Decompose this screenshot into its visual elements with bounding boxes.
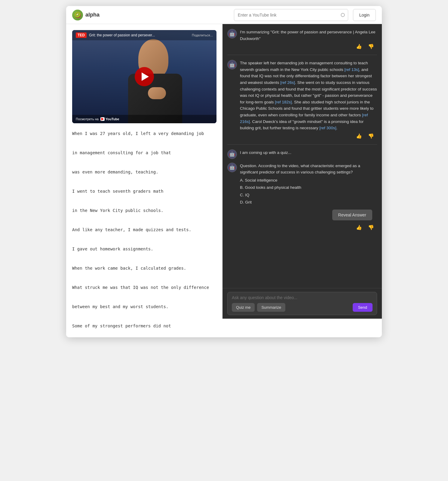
ref-13s[interactable]: [ref 13s] xyxy=(344,67,359,72)
quiz-me-button[interactable]: Quiz me xyxy=(232,303,255,312)
chat-input-area: Quiz me Summarize Send xyxy=(222,288,382,319)
left-panel: TED Grit: the power of passion and perse… xyxy=(66,24,222,337)
ref-300s[interactable]: [ref 300s] xyxy=(319,126,336,130)
thumbs-down-4[interactable]: 👎 xyxy=(366,224,376,231)
bot-avatar-1: 🤖 xyxy=(227,29,237,38)
message-row-4: 🤖 Question. According to the video, what… xyxy=(227,163,377,176)
transcript-line-6: I went to teach seventh graders math xyxy=(72,187,216,195)
message-row-3: 🤖 I am coming up with a quiz... xyxy=(227,149,377,159)
play-button[interactable] xyxy=(135,67,154,86)
transcript-line-4: was even more demanding, teaching. xyxy=(72,168,216,176)
bot-avatar-3: 🤖 xyxy=(227,149,237,159)
youtube-logo: YouTube xyxy=(100,117,119,121)
youtube-label: YouTube xyxy=(106,117,119,121)
message-text-1: I'm summarizing "Grit: the power of pass… xyxy=(240,29,377,42)
transcript-line-15 xyxy=(72,274,216,282)
app-window: 🥝 alpha ⬡ Login TED Grit: the power of p… xyxy=(66,6,382,337)
thumbs-down-2[interactable]: 👎 xyxy=(366,133,376,139)
transcript-line-19 xyxy=(72,312,216,320)
message-block-2: 🤖 The speaker left her demanding job in … xyxy=(227,60,377,139)
message-row-2: 🤖 The speaker left her demanding job in … xyxy=(227,60,377,131)
transcript-line-12: I gave out homework assignments. xyxy=(72,245,216,253)
play-icon xyxy=(142,72,149,81)
feedback-row-4: 👍 👎 xyxy=(227,224,377,231)
ref-26s[interactable]: [ref 26s] xyxy=(280,80,295,85)
youtube-input-area: ⬡ xyxy=(234,9,348,21)
login-button[interactable]: Login xyxy=(353,9,376,21)
transcript-line-3 xyxy=(72,158,216,167)
transcript-line-16: What struck me was that IQ was not the o… xyxy=(72,283,216,292)
chat-input[interactable] xyxy=(232,295,373,300)
transcript-line-8: in the New York City public schools. xyxy=(72,206,216,215)
transcript-line-2: in management consulting for a job that xyxy=(72,149,216,157)
message-block-4: 🤖 Question. According to the video, what… xyxy=(227,163,377,231)
quiz-option-a: A. Social intelligence xyxy=(240,177,377,184)
quiz-options: A. Social intelligence B. Good looks and… xyxy=(240,177,377,206)
right-panel: 🤖 I'm summarizing "Grit: the power of pa… xyxy=(222,24,382,319)
youtube-input[interactable] xyxy=(234,13,338,17)
thumbs-down-1[interactable]: 👎 xyxy=(366,43,376,50)
feedback-row-2: 👍 👎 xyxy=(227,133,377,139)
message-text-2: The speaker left her demanding job in ma… xyxy=(240,60,377,131)
feedback-row-1: 👍 👎 xyxy=(227,43,377,50)
ted-badge: TED xyxy=(76,32,87,38)
transcript-line-13 xyxy=(72,254,216,263)
message-block-3: 🤖 I am coming up with a quiz... xyxy=(227,149,377,159)
send-button[interactable]: Send xyxy=(353,303,373,312)
transcript-line-14: When the work came back, I calculated gr… xyxy=(72,264,216,272)
logo-text: alpha xyxy=(85,12,100,18)
message-block-1: 🤖 I'm summarizing "Grit: the power of pa… xyxy=(227,29,377,50)
message-row-1: 🤖 I'm summarizing "Grit: the power of pa… xyxy=(227,29,377,42)
ref-216s[interactable]: [ref 216s] xyxy=(240,113,368,124)
reveal-answer-area: Reveal Answer xyxy=(240,207,377,223)
separator-2 xyxy=(227,144,377,145)
video-title: Grit: the power of passion and persever.… xyxy=(89,33,192,37)
thumbs-up-1[interactable]: 👍 xyxy=(354,43,364,50)
summarize-button[interactable]: Summarize xyxy=(257,303,285,312)
transcript-line-7 xyxy=(72,197,216,205)
transcript-line-18: between my best and my worst students. xyxy=(72,302,216,311)
share-button[interactable]: Поделиться... xyxy=(192,33,213,37)
ref-182s[interactable]: [ref 182s] xyxy=(275,100,292,104)
watch-on-text: Посмотреть на xyxy=(76,117,99,121)
external-link-icon: ⬡ xyxy=(338,12,348,18)
reveal-answer-button[interactable]: Reveal Answer xyxy=(332,210,372,220)
transcript-line-9 xyxy=(72,216,216,224)
input-actions: Quiz me Summarize Send xyxy=(232,303,373,312)
header: 🥝 alpha ⬡ Login xyxy=(66,6,382,24)
transcript-line-20: Some of my strongest performers did not xyxy=(72,322,216,330)
transcript-line-17 xyxy=(72,293,216,301)
video-bottom-bar: Посмотреть на YouTube xyxy=(72,115,216,123)
thumbs-up-4[interactable]: 👍 xyxy=(354,224,364,231)
thumbs-up-2[interactable]: 👍 xyxy=(354,133,364,139)
transcript-line-1 xyxy=(72,139,216,147)
chat-messages: 🤖 I'm summarizing "Grit: the power of pa… xyxy=(222,24,382,288)
bot-avatar-2: 🤖 xyxy=(227,60,237,69)
message-text-3: I am coming up with a quiz... xyxy=(240,149,377,156)
transcript-line-10: And like any teacher, I made quizzes and… xyxy=(72,225,216,234)
bot-avatar-4: 🤖 xyxy=(227,163,237,172)
main-content: TED Grit: the power of passion and perse… xyxy=(66,24,382,337)
quiz-option-b: B. Good looks and physical health xyxy=(240,184,377,191)
video-top-bar: TED Grit: the power of passion and perse… xyxy=(72,30,216,40)
transcript-line-5 xyxy=(72,177,216,186)
quiz-option-d: D. Grit xyxy=(240,199,377,206)
video-thumbnail[interactable]: TED Grit: the power of passion and perse… xyxy=(72,30,216,123)
message-text-4: Question. According to the video, what c… xyxy=(240,163,377,176)
logo-icon: 🥝 xyxy=(72,10,83,20)
logo-area: 🥝 alpha xyxy=(72,10,100,20)
quiz-option-c: C. IQ xyxy=(240,191,377,199)
youtube-icon xyxy=(100,117,105,121)
transcript: When I was 27 years old, I left a very d… xyxy=(72,129,216,330)
transcript-line-0: When I was 27 years old, I left a very d… xyxy=(72,129,216,138)
input-box: Quiz me Summarize Send xyxy=(227,292,377,315)
separator-1 xyxy=(227,55,377,55)
transcript-line-11 xyxy=(72,235,216,244)
